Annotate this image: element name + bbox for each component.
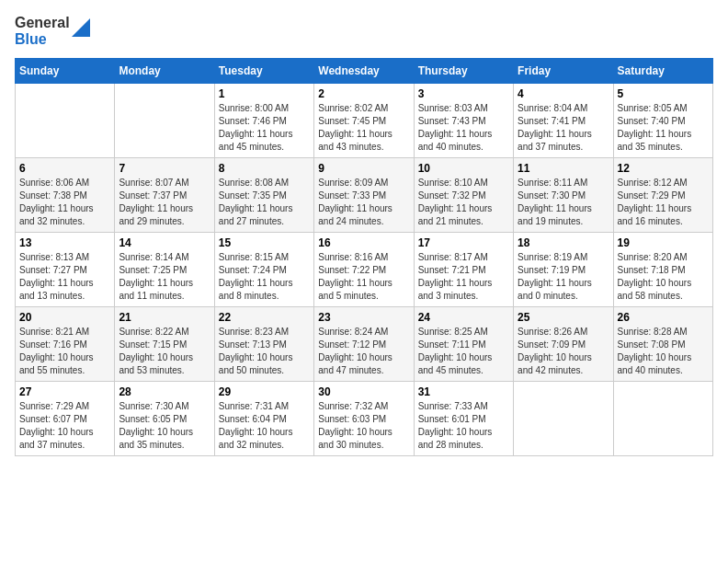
calendar-week-row: 27Sunrise: 7:29 AM Sunset: 6:07 PM Dayli… (16, 382, 713, 456)
calendar-cell: 27Sunrise: 7:29 AM Sunset: 6:07 PM Dayli… (16, 382, 115, 456)
day-number: 25 (518, 311, 609, 324)
calendar-week-row: 13Sunrise: 8:13 AM Sunset: 7:27 PM Dayli… (16, 233, 713, 307)
calendar-cell: 18Sunrise: 8:19 AM Sunset: 7:19 PM Dayli… (514, 233, 613, 307)
day-number: 31 (418, 385, 509, 398)
day-info: Sunrise: 8:26 AM Sunset: 7:09 PM Dayligh… (518, 326, 609, 377)
calendar-cell: 14Sunrise: 8:14 AM Sunset: 7:25 PM Dayli… (115, 233, 214, 307)
calendar-cell: 21Sunrise: 8:22 AM Sunset: 7:15 PM Dayli… (115, 307, 214, 382)
day-info: Sunrise: 8:23 AM Sunset: 7:13 PM Dayligh… (219, 326, 310, 377)
day-info: Sunrise: 8:12 AM Sunset: 7:29 PM Dayligh… (618, 177, 709, 228)
calendar-cell: 5Sunrise: 8:05 AM Sunset: 7:40 PM Daylig… (613, 84, 712, 158)
day-info: Sunrise: 8:20 AM Sunset: 7:18 PM Dayligh… (618, 251, 709, 303)
weekday-header: Sunday (16, 59, 115, 84)
day-number: 24 (418, 311, 509, 324)
day-info: Sunrise: 8:09 AM Sunset: 7:33 PM Dayligh… (318, 177, 409, 228)
day-number: 26 (618, 311, 709, 324)
calendar-cell: 22Sunrise: 8:23 AM Sunset: 7:13 PM Dayli… (214, 307, 313, 382)
weekday-header: Monday (115, 59, 214, 84)
day-info: Sunrise: 8:17 AM Sunset: 7:21 PM Dayligh… (418, 251, 509, 303)
day-info: Sunrise: 8:03 AM Sunset: 7:43 PM Dayligh… (418, 102, 509, 154)
day-info: Sunrise: 7:33 AM Sunset: 6:01 PM Dayligh… (418, 400, 509, 452)
day-number: 27 (19, 385, 110, 398)
day-number: 22 (219, 311, 310, 324)
calendar-cell: 23Sunrise: 8:24 AM Sunset: 7:12 PM Dayli… (314, 307, 414, 382)
day-info: Sunrise: 8:28 AM Sunset: 7:08 PM Dayligh… (618, 326, 709, 377)
calendar-cell: 26Sunrise: 8:28 AM Sunset: 7:08 PM Dayli… (613, 307, 712, 382)
day-info: Sunrise: 8:13 AM Sunset: 7:27 PM Dayligh… (19, 251, 110, 303)
day-number: 18 (518, 236, 609, 249)
calendar-cell: 6Sunrise: 8:06 AM Sunset: 7:38 PM Daylig… (16, 158, 115, 233)
calendar-week-row: 20Sunrise: 8:21 AM Sunset: 7:16 PM Dayli… (16, 307, 713, 382)
day-info: Sunrise: 8:19 AM Sunset: 7:19 PM Dayligh… (518, 251, 609, 303)
logo-arrow-icon (72, 18, 90, 37)
weekday-header: Friday (514, 59, 613, 84)
day-number: 9 (318, 162, 409, 175)
weekday-header: Thursday (414, 59, 513, 84)
weekday-header: Tuesday (214, 59, 313, 84)
calendar-cell: 16Sunrise: 8:16 AM Sunset: 7:22 PM Dayli… (314, 233, 414, 307)
calendar-cell: 8Sunrise: 8:08 AM Sunset: 7:35 PM Daylig… (214, 158, 313, 233)
day-info: Sunrise: 8:25 AM Sunset: 7:11 PM Dayligh… (418, 326, 509, 377)
calendar-cell (16, 84, 115, 158)
calendar-cell: 10Sunrise: 8:10 AM Sunset: 7:32 PM Dayli… (414, 158, 513, 233)
calendar-cell: 7Sunrise: 8:07 AM Sunset: 7:37 PM Daylig… (115, 158, 214, 233)
day-info: Sunrise: 8:06 AM Sunset: 7:38 PM Dayligh… (19, 177, 110, 228)
day-number: 10 (418, 162, 509, 175)
day-info: Sunrise: 7:31 AM Sunset: 6:04 PM Dayligh… (219, 400, 310, 452)
day-number: 16 (318, 236, 409, 249)
day-number: 12 (618, 162, 709, 175)
calendar-cell: 13Sunrise: 8:13 AM Sunset: 7:27 PM Dayli… (16, 233, 115, 307)
day-number: 21 (119, 311, 210, 324)
calendar-header-row: SundayMondayTuesdayWednesdayThursdayFrid… (16, 59, 713, 84)
day-number: 20 (19, 311, 110, 324)
day-info: Sunrise: 8:14 AM Sunset: 7:25 PM Dayligh… (119, 251, 210, 303)
calendar-cell: 15Sunrise: 8:15 AM Sunset: 7:24 PM Dayli… (214, 233, 313, 307)
logo: General Blue (15, 15, 90, 47)
day-number: 15 (219, 236, 310, 249)
day-info: Sunrise: 8:07 AM Sunset: 7:37 PM Dayligh… (119, 177, 210, 228)
day-number: 11 (518, 162, 609, 175)
day-info: Sunrise: 8:21 AM Sunset: 7:16 PM Dayligh… (19, 326, 110, 377)
calendar-cell: 25Sunrise: 8:26 AM Sunset: 7:09 PM Dayli… (514, 307, 613, 382)
calendar-cell: 3Sunrise: 8:03 AM Sunset: 7:43 PM Daylig… (414, 84, 513, 158)
day-info: Sunrise: 8:08 AM Sunset: 7:35 PM Dayligh… (219, 177, 310, 228)
logo-general: General (15, 15, 70, 31)
calendar-cell: 20Sunrise: 8:21 AM Sunset: 7:16 PM Dayli… (16, 307, 115, 382)
calendar-cell: 30Sunrise: 7:32 AM Sunset: 6:03 PM Dayli… (314, 382, 414, 456)
calendar-cell (613, 382, 712, 456)
calendar-cell: 9Sunrise: 8:09 AM Sunset: 7:33 PM Daylig… (314, 158, 414, 233)
day-number: 5 (618, 87, 709, 100)
day-number: 14 (119, 236, 210, 249)
day-number: 17 (418, 236, 509, 249)
day-info: Sunrise: 8:02 AM Sunset: 7:45 PM Dayligh… (318, 102, 409, 154)
calendar-cell: 19Sunrise: 8:20 AM Sunset: 7:18 PM Dayli… (613, 233, 712, 307)
calendar-cell: 11Sunrise: 8:11 AM Sunset: 7:30 PM Dayli… (514, 158, 613, 233)
calendar-week-row: 6Sunrise: 8:06 AM Sunset: 7:38 PM Daylig… (16, 158, 713, 233)
calendar-cell (115, 84, 214, 158)
page-header: General Blue (15, 15, 713, 47)
day-info: Sunrise: 8:11 AM Sunset: 7:30 PM Dayligh… (518, 177, 609, 228)
svg-marker-0 (72, 18, 90, 37)
calendar-cell: 31Sunrise: 7:33 AM Sunset: 6:01 PM Dayli… (414, 382, 513, 456)
day-number: 8 (219, 162, 310, 175)
calendar-cell: 28Sunrise: 7:30 AM Sunset: 6:05 PM Dayli… (115, 382, 214, 456)
day-number: 1 (219, 87, 310, 100)
day-number: 6 (19, 162, 110, 175)
day-info: Sunrise: 8:15 AM Sunset: 7:24 PM Dayligh… (219, 251, 310, 303)
day-info: Sunrise: 8:24 AM Sunset: 7:12 PM Dayligh… (318, 326, 409, 377)
day-number: 28 (119, 385, 210, 398)
calendar-cell: 17Sunrise: 8:17 AM Sunset: 7:21 PM Dayli… (414, 233, 513, 307)
day-number: 7 (119, 162, 210, 175)
day-number: 2 (318, 87, 409, 100)
day-info: Sunrise: 7:29 AM Sunset: 6:07 PM Dayligh… (19, 400, 110, 452)
day-number: 29 (219, 385, 310, 398)
weekday-header: Saturday (613, 59, 712, 84)
day-number: 19 (618, 236, 709, 249)
calendar-cell: 1Sunrise: 8:00 AM Sunset: 7:46 PM Daylig… (214, 84, 313, 158)
day-info: Sunrise: 8:00 AM Sunset: 7:46 PM Dayligh… (219, 102, 310, 154)
day-info: Sunrise: 8:10 AM Sunset: 7:32 PM Dayligh… (418, 177, 509, 228)
calendar-week-row: 1Sunrise: 8:00 AM Sunset: 7:46 PM Daylig… (16, 84, 713, 158)
day-info: Sunrise: 8:22 AM Sunset: 7:15 PM Dayligh… (119, 326, 210, 377)
day-info: Sunrise: 8:05 AM Sunset: 7:40 PM Dayligh… (618, 102, 709, 154)
calendar-table: SundayMondayTuesdayWednesdayThursdayFrid… (15, 58, 713, 456)
